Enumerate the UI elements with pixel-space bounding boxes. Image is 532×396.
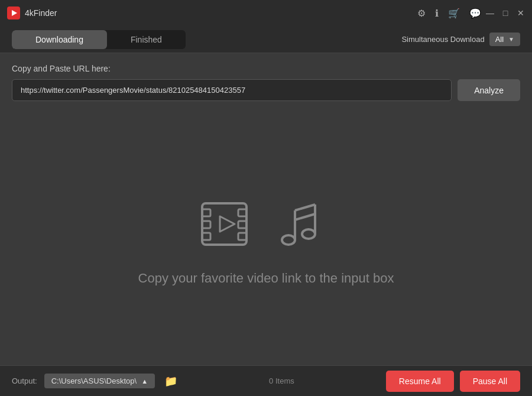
svg-rect-6 <box>238 209 246 216</box>
film-icon <box>196 191 261 257</box>
resume-all-button[interactable]: Resume All <box>386 371 454 392</box>
svg-line-12 <box>295 205 315 210</box>
pause-all-button[interactable]: Pause All <box>460 371 520 392</box>
svg-rect-5 <box>202 233 210 240</box>
svg-line-15 <box>295 214 315 220</box>
app-logo <box>7 7 20 20</box>
url-input[interactable] <box>12 79 452 101</box>
simultaneous-download: Simultaneous Download All ▼ <box>401 33 520 46</box>
chat-icon[interactable]: 💬 <box>469 8 481 19</box>
maximize-button[interactable]: □ <box>501 9 510 17</box>
settings-icon[interactable]: ⚙ <box>417 8 426 19</box>
music-icon <box>271 191 336 257</box>
tabs: Downloading Finished <box>12 30 186 49</box>
analyze-button[interactable]: Analyze <box>458 79 520 101</box>
output-path[interactable]: C:\Users\ASUS\Desktop\ ▲ <box>44 374 155 388</box>
output-path-text: C:\Users\ASUS\Desktop\ <box>51 376 137 385</box>
chevron-down-icon: ▼ <box>508 36 514 43</box>
tab-downloading[interactable]: Downloading <box>12 30 107 49</box>
empty-state-icons <box>196 191 336 257</box>
output-label: Output: <box>12 376 37 385</box>
url-row: Analyze <box>12 79 520 101</box>
path-arrow-icon: ▲ <box>141 378 148 385</box>
svg-rect-3 <box>202 209 210 216</box>
svg-point-10 <box>282 235 295 245</box>
svg-marker-9 <box>220 216 235 232</box>
tab-finished[interactable]: Finished <box>107 30 186 49</box>
minimize-button[interactable]: — <box>486 9 494 17</box>
bottom-bar: Output: C:\Users\ASUS\Desktop\ ▲ 📁 0 Ite… <box>0 365 532 396</box>
simultaneous-label: Simultaneous Download <box>401 35 484 44</box>
url-area: Copy and Paste URL here: Analyze <box>0 53 532 112</box>
svg-rect-8 <box>238 233 246 240</box>
info-icon[interactable]: ℹ <box>435 8 439 19</box>
tab-bar: Downloading Finished Simultaneous Downlo… <box>0 26 532 53</box>
folder-icon[interactable]: 📁 <box>164 375 177 388</box>
app-title: 4kFinder <box>25 8 417 18</box>
title-bar-controls: ⚙ ℹ 🛒 💬 <box>417 8 481 19</box>
window-controls: — □ ✕ <box>486 9 525 17</box>
simultaneous-value: All <box>495 35 504 44</box>
empty-state-text: Copy your favorite video link to the inp… <box>138 271 394 286</box>
items-count: 0 Items <box>184 376 379 385</box>
title-bar: 4kFinder ⚙ ℹ 🛒 💬 — □ ✕ <box>0 0 532 26</box>
svg-rect-7 <box>238 221 246 228</box>
simultaneous-dropdown[interactable]: All ▼ <box>489 33 520 46</box>
url-label: Copy and Paste URL here: <box>12 64 520 73</box>
cart-icon[interactable]: 🛒 <box>448 8 460 19</box>
svg-rect-4 <box>202 221 210 228</box>
close-button[interactable]: ✕ <box>517 9 525 17</box>
main-content: Copy your favorite video link to the inp… <box>0 112 532 365</box>
bottom-buttons: Resume All Pause All <box>386 371 520 392</box>
svg-point-13 <box>302 229 315 239</box>
